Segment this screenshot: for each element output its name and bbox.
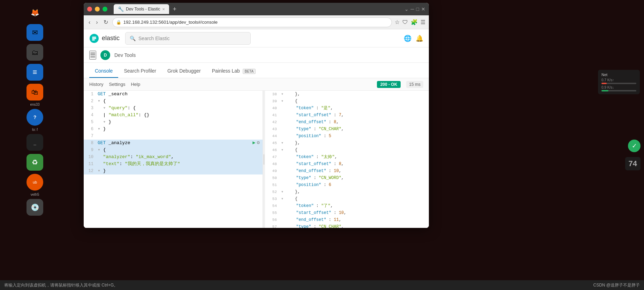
taskbar-icon-terminal[interactable]: _ [26,134,43,151]
out-content-55: "start_offset" : 10, [280,209,429,216]
svg-rect-3 [92,39,95,40]
line-num-7: 7 [84,133,96,140]
output-line-49: 49 "end_offset" : 10, [265,168,429,174]
out-num-40: 40 [265,105,280,112]
output-line-45: 45 ▾ }, [265,140,429,147]
line-num-6: 6 [84,126,96,133]
line-num-8: 8 [84,140,96,147]
line-content-8: GET _analyze [96,140,252,147]
notifications-button[interactable]: 🔔 [416,35,423,42]
taskbar-icon-help[interactable]: ? [26,109,43,126]
console-toolbar: History Settings Help 200 - OK 15 ms [84,78,429,91]
out-content-40: "token" : "是", [280,105,429,112]
svg-rect-2 [92,38,96,39]
help-link[interactable]: Help [131,82,140,87]
editor-line-9: 9 ▾ { [84,147,263,154]
line-num-3: 3 [84,105,96,112]
restore-button[interactable]: □ [416,6,419,12]
output-line-40: 40 "token" : "是", [265,105,429,112]
output-line-39: 39 ▾ { [265,98,429,105]
line-content-3: ▾ "query": { [96,105,263,112]
taskbar-icon-mail[interactable]: ✉ [26,24,43,41]
bookmark-button[interactable]: ☆ [395,19,400,25]
elastic-search-box[interactable]: 🔍 Search Elastic [125,32,251,45]
menu-button[interactable]: ☰ [421,19,425,25]
taskbar-icon-trash[interactable]: ♻ [26,154,43,171]
net-monitor-label: Net [601,73,636,77]
out-num-54: 54 [265,202,280,209]
out-content-49: "end_offset" : 10, [280,168,429,174]
refresh-button[interactable]: ↻ [102,17,109,27]
output-line-55: 55 "start_offset" : 10, [265,209,429,216]
history-link[interactable]: History [89,82,103,87]
tab-close-button[interactable]: ✕ [162,7,165,11]
line-content-12: ▾ } [96,168,263,174]
security-icon: 🔒 [116,20,121,25]
taskbar-icon-dvd[interactable]: 💿 [26,199,43,216]
out-num-53: 53 [265,195,280,202]
search-placeholder: Search Elastic [138,36,169,41]
run-icon[interactable]: ▶ [252,140,255,146]
output-line-46: 46 ▾ { [265,147,429,154]
taskbar-icon-files[interactable]: 🗂 [26,44,43,61]
window-close-button[interactable] [87,7,92,12]
console-editor[interactable]: 1 GET _search 2 ▾ { 3 ▾ "query": { 4 | "… [84,91,263,228]
hamburger-menu-button[interactable]: ☰ [89,51,96,60]
tab-search-profiler[interactable]: Search Profiler [118,65,162,78]
extensions-button[interactable]: 🧩 [411,19,418,25]
line-num-11: 11 [84,161,96,168]
minimize-button[interactable]: ─ [411,6,414,12]
network-label-1: ens33 [19,103,51,106]
out-num-52: 52 [265,188,280,195]
output-line-38: 38 ▾ }, [265,91,429,98]
taskbar-icon-appstore[interactable]: 🛍 [26,84,43,101]
elastic-logo: elastic [89,34,120,43]
settings-link[interactable]: Settings [109,82,125,87]
browser-tab-devtools[interactable]: 🔧 Dev Tools - Elastic ✕ [114,4,169,14]
dropdown-arrow-button[interactable]: ⌄ [404,6,409,12]
settings-icon[interactable]: ⚙ [257,140,260,146]
out-num-47: 47 [265,154,280,161]
forward-button[interactable]: › [94,18,99,27]
new-tab-button[interactable]: + [171,6,179,13]
output-line-42: 42 "end_offset" : 8, [265,119,429,126]
network-label-3: veth5 [19,193,51,196]
shield-widget[interactable]: ✓ [628,140,641,152]
output-line-50: 50 "type" : "CN_WORD", [265,174,429,181]
console-main: 1 GET _search 2 ▾ { 3 ▾ "query": { 4 | "… [84,91,429,228]
number-value: 74 [629,159,637,168]
editor-line-1: 1 GET _search [84,91,263,98]
out-num-43: 43 [265,126,280,133]
status-badge: 200 - OK [377,81,401,88]
tab-console[interactable]: Console [89,65,118,78]
divider-handle [264,154,264,165]
download-fill [601,90,608,91]
tab-title: Dev Tools - Elastic [126,7,160,12]
out-num-44: 44 [265,133,280,140]
dev-toolbar: ☰ D Dev Tools [84,47,429,63]
back-button[interactable]: ‹ [87,18,92,27]
status-left-text: 将输入定向到该虚拟机，请将鼠标指针移入其中或按 Ctrl+G。 [4,282,118,288]
tab-painless-lab[interactable]: Painless Lab BETA [206,65,261,78]
window-minimize-button[interactable] [95,7,100,12]
output-line-44: 44 "position" : 5 [265,133,429,140]
window-maximize-button[interactable] [103,7,107,12]
editor-line-12: 12 ▾ } [84,168,263,174]
line-actions-8: ▶ ⚙ [252,140,263,146]
close-window-button[interactable]: ✕ [421,6,425,12]
taskbar-icon-docs[interactable]: ≡ [26,64,43,81]
taskbar-icon-firefox[interactable]: 🦊 [26,4,43,21]
help-icon-button[interactable]: 🌐 [404,35,411,42]
address-bar[interactable]: 🔒 192.168.249.132:5601/app/dev_tools#/co… [112,17,392,27]
tab-grok-debugger[interactable]: Grok Debugger [162,65,206,78]
tab-favicon: 🔧 [118,6,124,12]
line-content-11: "text": "我的天，我真的是太帅了" [96,161,263,168]
editor-line-10: 10 "analyzer": "ik_max_word", [84,154,263,161]
taskbar-icon-ubuntu[interactable]: ub [26,174,43,191]
window-controls [87,7,107,12]
line-num-12: 12 [84,168,96,174]
shield-button[interactable]: 🛡 [402,19,408,25]
out-num-49: 49 [265,168,280,174]
download-track [601,90,636,91]
status-bar: 将输入定向到该虚拟机，请将鼠标指针移入其中或按 Ctrl+G。 CSDN @送胖… [0,280,644,290]
